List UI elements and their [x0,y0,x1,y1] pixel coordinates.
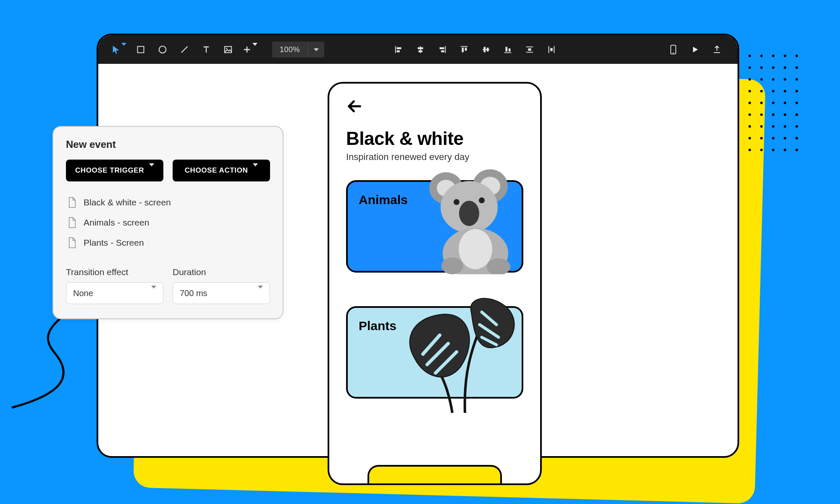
chevron-down-icon [149,166,154,175]
svg-line-2 [181,47,188,53]
duration-label: Duration [173,267,270,277]
chevron-down-icon [253,166,258,175]
line-tool[interactable] [176,42,192,58]
koala-illustration [417,165,526,274]
mobile-subtitle: Inspiration renewed every day [346,152,523,163]
choose-trigger-button[interactable]: CHOOSE TRIGGER [66,160,163,181]
bottom-pill[interactable] [368,465,502,484]
svg-rect-12 [440,47,444,50]
svg-rect-10 [418,50,422,52]
align-center-h-button[interactable] [412,42,428,58]
svg-point-38 [479,197,485,203]
rectangle-tool[interactable] [133,42,149,58]
svg-rect-16 [465,47,467,50]
duration-select[interactable]: 700 ms [173,282,270,304]
align-left-button[interactable] [391,42,407,58]
screen-item[interactable]: Black & white - screen [66,192,270,213]
svg-rect-0 [138,47,144,53]
choose-trigger-label: CHOOSE TRIGGER [75,166,144,175]
back-arrow-icon[interactable] [346,98,363,115]
svg-rect-21 [506,47,508,52]
mobile-title: Black & white [346,128,523,149]
choose-action-button[interactable]: CHOOSE ACTION [173,160,270,181]
transition-select[interactable]: None [66,282,163,304]
align-top-button[interactable] [456,42,472,58]
zoom-control[interactable]: 100% [272,42,324,58]
transition-value: None [73,289,93,298]
animals-card[interactable]: Animals [346,180,523,273]
top-toolbar: 100% [98,35,738,64]
image-tool[interactable] [220,42,236,58]
svg-point-37 [454,199,459,205]
svg-rect-28 [550,48,553,51]
distribute-v-button[interactable] [522,42,538,58]
svg-rect-15 [462,47,464,52]
screen-item-label: Animals - screen [84,218,149,228]
chevron-down-icon [151,289,156,298]
screen-list: Black & white - screen Animals - screen … [66,192,270,253]
svg-point-41 [441,257,463,274]
svg-rect-13 [441,50,444,52]
event-panel: New event CHOOSE TRIGGER CHOOSE ACTION B… [52,126,284,319]
monstera-illustration [398,295,524,417]
choose-action-label: CHOOSE ACTION [185,166,248,175]
svg-point-1 [159,46,166,53]
file-icon [68,217,77,228]
svg-point-36 [459,201,479,226]
ellipse-tool[interactable] [155,42,171,58]
svg-rect-9 [418,47,423,50]
svg-point-40 [459,229,492,269]
file-icon [68,237,77,249]
screen-item-label: Plants - Screen [84,238,144,248]
svg-rect-6 [396,47,401,50]
plants-card[interactable]: Plants [346,306,523,399]
select-tool[interactable] [111,42,127,58]
align-bottom-button[interactable] [500,42,516,58]
screen-item[interactable]: Plants - Screen [66,233,270,253]
screen-item-label: Black & white - screen [84,197,171,207]
duration-value: 700 ms [180,289,207,298]
transition-label: Transition effect [66,267,163,277]
svg-rect-18 [484,47,486,52]
panel-title: New event [66,139,270,150]
screen-item[interactable]: Animals - screen [66,213,270,233]
play-button[interactable] [687,42,703,58]
svg-rect-25 [528,48,531,51]
svg-rect-19 [487,47,489,51]
add-tool[interactable] [242,42,258,58]
export-button[interactable] [709,42,725,58]
svg-rect-22 [509,48,511,51]
svg-rect-7 [396,50,399,52]
align-right-button[interactable] [434,42,450,58]
device-preview-button[interactable] [665,42,681,58]
chevron-down-icon[interactable] [307,42,324,58]
chevron-down-icon [252,46,257,53]
svg-point-30 [673,52,674,53]
chevron-down-icon [121,46,126,53]
distribute-h-button[interactable] [543,42,559,58]
svg-point-4 [226,48,227,49]
chevron-down-icon [258,289,263,298]
file-icon [68,197,77,208]
text-tool[interactable] [198,42,214,58]
mobile-preview: Black & white Inspiration renewed every … [328,82,542,485]
zoom-value: 100% [272,45,307,54]
align-middle-v-button[interactable] [478,42,494,58]
